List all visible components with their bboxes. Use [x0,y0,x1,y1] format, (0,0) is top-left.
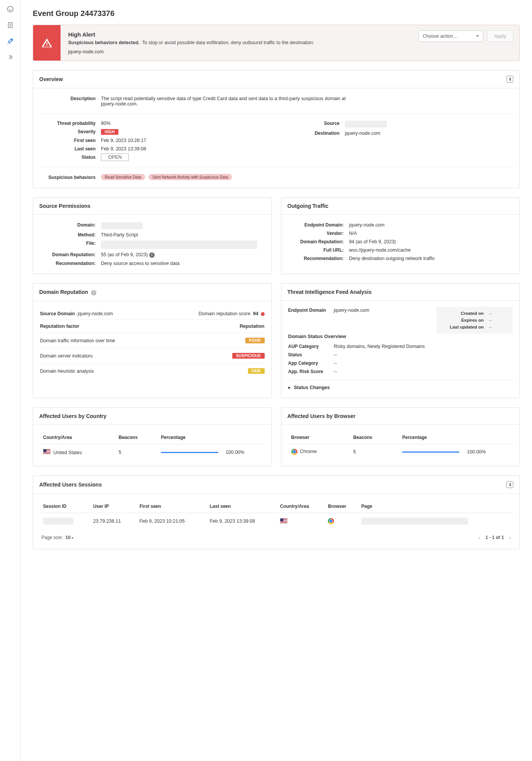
pager-text: 1 - 1 of 1 [486,535,504,540]
sp-method: Third-Party Script [101,232,265,238]
description-value: The script read potentially sensitive da… [101,96,360,107]
domain-reputation-panel: Domain Reputation i Source Domain jquery… [33,283,272,398]
sp-reputation: 55 (as of Feb 9, 2023) [101,252,148,257]
overview-panel: Overview ⬇ Description The script read p… [33,70,520,188]
destination-value: jquery-node.com [345,131,513,136]
reputation-row: Domain server indicatorsSUSPICIOUS [40,348,265,364]
user-ip: 23.79.238.11 [90,513,136,530]
dr-score: 94 [253,311,259,316]
high-alert-banner: High Alert Suspicious behaviors detected… [33,25,520,61]
progress-bar [161,452,218,453]
suspicious-pill: Sent Network Activity with Suspicious Da… [149,174,232,180]
session-id-redacted [43,518,73,525]
svg-point-0 [7,6,13,12]
download-icon[interactable]: ⬇ [506,481,513,488]
reputation-row: Domain traffic information over timePOOR [40,333,265,348]
first-seen: Feb 9, 2023 10:26:17 [101,138,269,143]
table-row: 23.79.238.11 Feb 9, 2023 10:21:05 Feb 9,… [40,513,513,530]
users-by-country-panel: Affected Users by Country Country/Area B… [33,407,272,466]
sidebar [0,0,21,761]
tif-aup: Risky domains, Newly Registered Domains [334,344,513,349]
alert-title: High Alert [68,31,405,38]
page-title: Event Group 24473376 [33,9,520,18]
ot-recommendation: Deny destination outgoing network traffi… [349,256,513,261]
alert-icon [33,25,61,61]
table-row: United States 5 100.00% [40,444,265,460]
info-icon[interactable]: i [149,252,155,258]
sidebar-icon-doc[interactable] [6,21,15,30]
tif-endpoint: jquery-node.com [334,308,437,313]
score-dot-icon [261,312,265,316]
chrome-icon [291,449,297,455]
download-icon[interactable]: ⬇ [506,76,513,83]
table-row: Chrome 5 100.00% [288,444,513,460]
sidebar-icon-expand[interactable] [6,53,15,62]
source-redacted [345,121,387,128]
status-changes-toggle[interactable]: Status Changes [288,380,513,392]
session-last-seen: Feb 9, 2023 13:39:08 [207,513,277,530]
threat-probability: 90% [101,121,269,126]
ot-vendor: N/A [349,231,513,236]
dr-source-domain: jquery-node.com [78,311,113,316]
page-size-select[interactable]: Page size: 10 ▾ [42,535,73,540]
info-icon[interactable]: i [91,290,96,295]
alert-destination-domain: jquery-node.com [68,49,405,54]
severity-badge: HIGH [101,129,118,135]
ot-url: wss://jquery-node.com/cache [349,247,513,253]
session-first-seen: Feb 9, 2023 10:21:05 [136,513,207,530]
description-label: Description [40,96,101,107]
progress-bar [402,451,459,453]
choose-action-select[interactable]: Choose action... [419,30,483,42]
apply-button[interactable]: Apply [487,30,513,42]
source-permissions-panel: Source Permissions Domain: Method:Third-… [33,197,272,274]
domain-status-overview-title: Domain Status Overview [288,333,513,339]
suspicious-pill: Read Sensitive Data [101,174,145,180]
sp-recommendation: Deny source access to sensitive data [101,261,265,266]
sidebar-icon-tools[interactable] [6,37,15,46]
users-by-browser-panel: Affected Users by Browser Browser Beacon… [281,407,520,466]
chrome-icon [328,518,334,524]
flag-us-icon [280,518,288,523]
sessions-panel: Affected Users Sessions ⬇ Session ID Use… [33,475,520,549]
alert-text: Suspicious behaviors detected. To stop o… [68,40,405,45]
page-redacted [361,518,468,525]
pager-prev[interactable]: ‹ [478,534,480,541]
sidebar-icon-home[interactable] [6,5,15,14]
reputation-row: Domain heuristic analysisFAIR [40,364,265,378]
tif-meta-box: Created on-- Expires on-- Last updated o… [436,307,513,333]
flag-us-icon [43,449,51,454]
pager-next[interactable]: › [509,534,511,541]
sp-file-redacted [101,241,257,249]
outgoing-traffic-panel: Outgoing Traffic Endpoint Domain:jquery-… [281,197,520,274]
threat-intel-panel: Threat Intelligence Feed Analysis Create… [281,283,520,398]
ot-endpoint: jquery-node.com [349,222,513,228]
last-seen: Feb 9, 2023 13:39:08 [101,146,269,152]
overview-title: Overview [39,76,63,82]
status-badge: OPEN [101,153,129,161]
sp-domain-redacted [101,222,143,229]
ot-reputation: 94 (as of Feb 9, 2023) [349,239,513,244]
